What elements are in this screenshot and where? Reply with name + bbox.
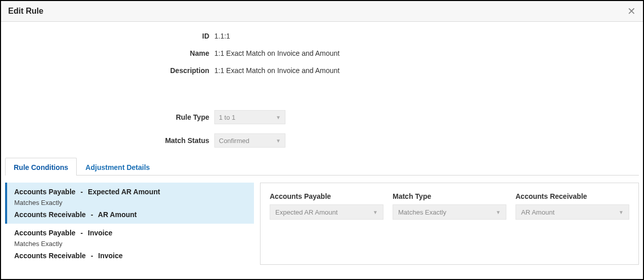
tab-adjustment-details[interactable]: Adjustment Details xyxy=(77,158,158,176)
separator: - xyxy=(81,229,83,237)
condition-field-b: Invoice xyxy=(98,252,122,260)
condition-match-text: Matches Exactly xyxy=(14,240,247,248)
conditions-area: Accounts Payable - Expected AR Amount Ma… xyxy=(1,176,643,269)
separator: - xyxy=(91,211,93,219)
detail-ar-label: Accounts Receivable xyxy=(516,192,629,200)
condition-match-text: Matches Exactly xyxy=(14,199,247,206)
tab-rule-conditions[interactable]: Rule Conditions xyxy=(5,158,77,176)
separator: - xyxy=(81,188,83,196)
condition-source-b-line: Accounts Receivable - Invoice xyxy=(14,252,247,260)
condition-item[interactable]: Accounts Payable - Invoice Matches Exact… xyxy=(5,224,254,265)
form-area: ID 1.1:1 Name 1:1 Exact Match on Invoice… xyxy=(1,22,643,158)
matchstatus-select-value: Confirmed xyxy=(219,137,249,145)
dialog-header: Edit Rule ✕ xyxy=(1,1,643,22)
condition-field-a: Invoice xyxy=(88,229,112,237)
detail-ap-value: Expected AR Amount xyxy=(275,208,338,216)
ruletype-select-value: 1 to 1 xyxy=(219,114,236,121)
condition-field-a: Expected AR Amount xyxy=(88,188,160,196)
tabs: Rule Conditions Adjustment Details xyxy=(5,158,639,176)
detail-ap-select[interactable]: Expected AR Amount ▼ xyxy=(270,204,383,220)
id-value: 1.1:1 xyxy=(214,32,230,40)
detail-ar-select[interactable]: AR Amount ▼ xyxy=(516,204,629,220)
chevron-down-icon: ▼ xyxy=(619,209,624,215)
condition-list: Accounts Payable - Expected AR Amount Ma… xyxy=(5,183,254,265)
chevron-down-icon: ▼ xyxy=(276,115,281,120)
chevron-down-icon: ▼ xyxy=(496,209,501,215)
condition-source-a-line: Accounts Payable - Invoice xyxy=(14,229,247,237)
id-label: ID xyxy=(21,32,214,40)
ruletype-select[interactable]: 1 to 1 ▼ xyxy=(214,110,285,124)
chevron-down-icon: ▼ xyxy=(276,138,281,144)
detail-ar-value: AR Amount xyxy=(521,208,555,216)
description-label: Description xyxy=(21,66,214,75)
description-value: 1:1 Exact Match on Invoice and Amount xyxy=(214,66,340,75)
condition-source-b-line: Accounts Receivable - AR Amount xyxy=(14,211,247,219)
detail-matchtype-select[interactable]: Matches Exactly ▼ xyxy=(393,204,506,220)
detail-ap-label: Accounts Payable xyxy=(270,192,383,200)
detail-matchtype-value: Matches Exactly xyxy=(398,208,446,216)
matchstatus-select[interactable]: Confirmed ▼ xyxy=(214,133,285,148)
name-value: 1:1 Exact Match on Invoice and Amount xyxy=(214,49,340,57)
condition-source-a: Accounts Payable xyxy=(14,229,76,237)
condition-field-b: AR Amount xyxy=(98,211,137,219)
separator: - xyxy=(91,252,93,260)
name-label: Name xyxy=(21,49,214,57)
condition-source-a: Accounts Payable xyxy=(14,188,76,196)
condition-source-a-line: Accounts Payable - Expected AR Amount xyxy=(14,188,247,196)
detail-matchtype-label: Match Type xyxy=(393,192,506,200)
condition-item[interactable]: Accounts Payable - Expected AR Amount Ma… xyxy=(5,183,254,224)
matchstatus-label: Match Status xyxy=(21,136,214,145)
condition-detail-panel: Accounts Payable Expected AR Amount ▼ Ma… xyxy=(260,183,639,265)
condition-source-b: Accounts Receivable xyxy=(14,252,86,260)
dialog-title: Edit Rule xyxy=(8,7,43,16)
ruletype-label: Rule Type xyxy=(21,113,214,121)
condition-source-b: Accounts Receivable xyxy=(14,211,86,219)
chevron-down-icon: ▼ xyxy=(373,209,378,215)
close-icon[interactable]: ✕ xyxy=(627,6,636,16)
